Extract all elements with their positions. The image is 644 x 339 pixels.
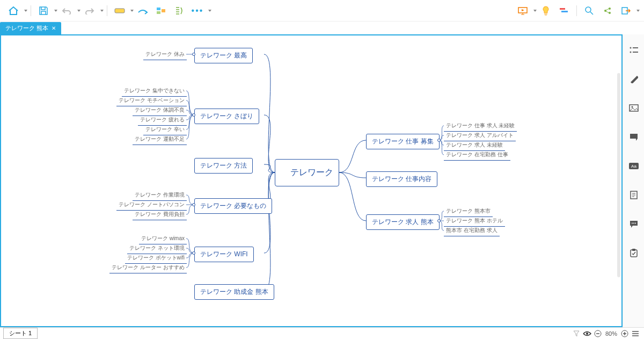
mindmap-leaf[interactable]: テレワーク 求人 アルバイト xyxy=(444,131,516,141)
present-button[interactable] xyxy=(515,3,530,18)
svg-point-25 xyxy=(635,223,636,224)
svg-rect-6 xyxy=(561,11,568,12)
share-button[interactable] xyxy=(600,3,615,18)
mindmap-leaf[interactable]: テレワーク 作業環境 xyxy=(133,191,187,201)
mindmap-leaf[interactable]: テレワーク ネット環境 xyxy=(127,244,187,254)
svg-text:Aa: Aa xyxy=(631,164,636,169)
text-panel-button[interactable]: Aa xyxy=(628,160,640,172)
svg-rect-5 xyxy=(560,8,565,10)
home-caret[interactable] xyxy=(24,10,27,12)
mindmap-leaf[interactable]: テレワーク ノートパソコン xyxy=(116,200,187,211)
statusbar: シート 1 80% xyxy=(0,327,644,339)
idea-button[interactable] xyxy=(538,3,553,18)
mindmap-branch-node[interactable]: テレワーク 助成金 熊本 xyxy=(194,284,274,300)
export-button[interactable] xyxy=(618,3,633,18)
sheet-tab[interactable]: シート 1 xyxy=(3,328,38,339)
gantt-button[interactable] xyxy=(557,3,572,18)
search-button[interactable] xyxy=(582,3,597,18)
task-panel-button[interactable] xyxy=(628,247,640,259)
image-panel-button[interactable] xyxy=(628,102,640,114)
mindmap-leaf[interactable]: テレワーク ルーター おすすめ xyxy=(109,263,187,273)
mindmap-branch-node[interactable]: テレワーク 仕事 募集 xyxy=(366,134,440,149)
svg-rect-0 xyxy=(115,9,125,13)
home-button[interactable] xyxy=(6,3,21,18)
tab-close-button[interactable]: ✕ xyxy=(52,25,56,31)
outline-panel-button[interactable] xyxy=(628,44,640,56)
svg-point-16 xyxy=(631,106,633,108)
svg-rect-2 xyxy=(157,11,160,14)
menu-button[interactable] xyxy=(630,328,641,339)
mindmap-branch-node[interactable]: テレワーク 求人 熊本 xyxy=(366,214,440,230)
svg-point-7 xyxy=(586,7,591,12)
zoom-level: 80% xyxy=(605,330,617,337)
zoom-out-button[interactable] xyxy=(592,328,603,339)
mindmap-leaf[interactable]: テレワーク 熊本市 xyxy=(444,207,493,217)
mindmap-branch-node[interactable]: テレワーク 最高 xyxy=(194,48,253,63)
canvas[interactable]: テレワークテレワーク 最高テレワーク 休みテレワーク さぼりテレワーク 集中でき… xyxy=(0,34,623,327)
mindmap-branch-node[interactable]: テレワーク WIFI xyxy=(194,247,254,262)
mindmap-leaf[interactable]: テレワーク 辛い xyxy=(143,125,187,135)
document-tabbar: テレワーク 熊本 ✕ xyxy=(0,21,644,34)
mindmap-leaf[interactable]: テレワーク 在宅勤務 仕事 xyxy=(444,150,510,161)
mindmap-branch-node[interactable]: テレワーク 方法 xyxy=(194,158,253,174)
mindmap-leaf[interactable]: テレワーク 仕事 求人 未経験 xyxy=(444,121,517,132)
mindmap-leaf[interactable]: テレワーク 体調不良 xyxy=(133,106,187,116)
svg-point-28 xyxy=(586,333,588,335)
mindmap-leaf[interactable]: テレワーク 疲れる xyxy=(138,116,187,126)
mindmap-leaf[interactable]: テレワーク 熊本 ホテル xyxy=(444,217,505,227)
tab-title: テレワーク 熊本 xyxy=(5,24,48,32)
workspace: テレワークテレワーク 最高テレワーク 休みテレワーク さぼりテレワーク 集中でき… xyxy=(0,34,644,327)
mindmap-branch-node[interactable]: テレワーク 仕事内容 xyxy=(366,171,437,187)
svg-point-24 xyxy=(633,223,634,224)
visibility-button[interactable] xyxy=(582,328,592,339)
mindmap-branch-node[interactable]: テレワーク 必要なもの xyxy=(194,198,272,214)
mindmap-leaf[interactable]: テレワーク 費用負担 xyxy=(133,210,187,220)
undo-button[interactable] xyxy=(59,3,74,18)
mindmap-leaf[interactable]: テレワーク 休み xyxy=(143,50,187,60)
relationship-button[interactable] xyxy=(135,3,150,18)
save-caret[interactable] xyxy=(54,10,57,12)
svg-rect-14 xyxy=(633,52,638,53)
format-panel-button[interactable] xyxy=(628,73,640,85)
mindmap-leaf[interactable]: 熊本市 在宅勤務 求人 xyxy=(444,226,500,236)
save-button[interactable] xyxy=(36,3,51,18)
filter-button[interactable] xyxy=(571,328,582,339)
more-button[interactable]: ••• xyxy=(190,3,205,18)
svg-rect-12 xyxy=(633,47,638,48)
mindmap-center-node[interactable]: テレワーク xyxy=(275,159,339,186)
marker-panel-button[interactable] xyxy=(628,131,640,143)
boundary-button[interactable] xyxy=(153,3,169,18)
main-toolbar: ••• xyxy=(0,0,644,21)
mindmap-leaf[interactable]: テレワーク モチベーション xyxy=(116,96,187,106)
right-panel-dock: Aa xyxy=(623,34,644,327)
mindmap-leaf[interactable]: テレワーク wimax xyxy=(139,234,187,244)
document-tab[interactable]: テレワーク 熊本 ✕ xyxy=(0,22,61,34)
zoom-in-button[interactable] xyxy=(619,328,630,339)
summary-button[interactable] xyxy=(172,3,187,18)
svg-point-11 xyxy=(630,47,631,49)
svg-point-23 xyxy=(632,223,633,224)
mindmap-branch-node[interactable]: テレワーク さぼり xyxy=(194,109,259,124)
svg-rect-27 xyxy=(632,249,635,251)
svg-rect-3 xyxy=(162,9,165,12)
mindmap-leaf[interactable]: テレワーク 求人 未経験 xyxy=(444,141,505,151)
redo-button[interactable] xyxy=(82,3,97,18)
comments-panel-button[interactable] xyxy=(628,218,640,230)
topic-button[interactable] xyxy=(112,3,127,18)
svg-rect-1 xyxy=(157,8,160,10)
mindmap-leaf[interactable]: テレワーク 運動不足 xyxy=(133,135,187,145)
notes-panel-button[interactable] xyxy=(628,189,640,201)
mindmap-leaf[interactable]: テレワーク ポケットwifi xyxy=(125,254,187,264)
svg-point-13 xyxy=(630,52,631,53)
mindmap-leaf[interactable]: テレワーク 集中できない xyxy=(122,86,187,97)
